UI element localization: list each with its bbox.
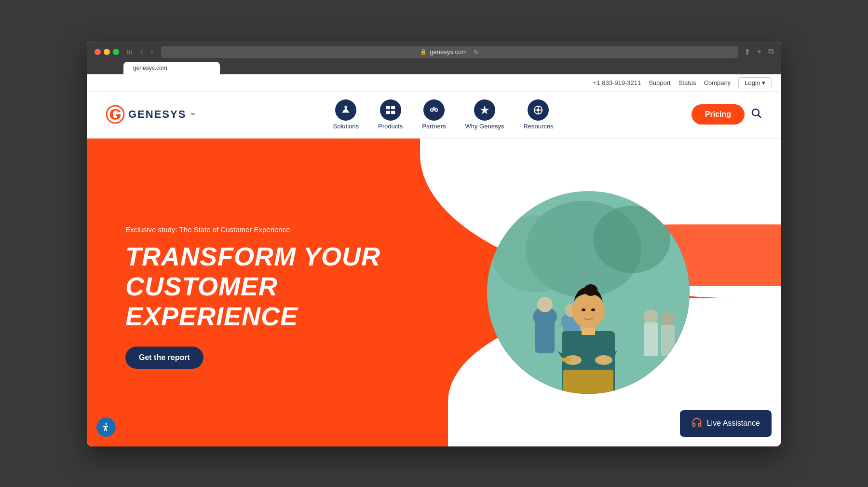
browser-actions: ⬆ + ⧉ (744, 47, 773, 56)
login-chevron-icon: ▾ (762, 79, 765, 86)
svg-rect-30 (661, 325, 675, 356)
login-button[interactable]: Login ▾ (738, 77, 772, 88)
main-navigation: GENESYS™ Solutions Products (87, 92, 781, 139)
svg-point-33 (595, 355, 612, 365)
products-label: Products (378, 123, 403, 130)
hero-image-area (434, 139, 743, 446)
why-genesys-icon (474, 99, 495, 121)
hero-title-line2: Customer Experience (125, 272, 298, 331)
svg-point-10 (537, 109, 540, 111)
hero-text: Exclusive study: The State of Customer E… (125, 216, 434, 369)
products-icon (380, 99, 401, 121)
traffic-lights (95, 49, 119, 55)
svg-point-39 (582, 308, 585, 311)
resources-label: Resources (523, 123, 553, 130)
nav-item-resources[interactable]: Resources (514, 96, 563, 134)
svg-point-22 (537, 297, 553, 312)
live-assistance-button[interactable]: Live Assistance (680, 410, 772, 437)
live-assistance-label: Live Assistance (707, 419, 760, 428)
phone-number[interactable]: +1 833-919-3211 (593, 79, 641, 86)
logo[interactable]: GENESYS™ (106, 105, 195, 124)
resources-icon (528, 99, 549, 121)
svg-point-20 (492, 215, 579, 292)
genesys-logo-icon (106, 105, 124, 124)
hero-circle-image (487, 191, 690, 394)
share-icon[interactable]: ⬆ (744, 47, 750, 56)
lock-icon: 🔒 (420, 49, 427, 55)
pricing-button[interactable]: Pricing (692, 104, 745, 125)
nav-right: Pricing (692, 104, 762, 125)
solutions-icon (335, 99, 356, 121)
url-text: genesys.com (430, 48, 467, 56)
svg-rect-28 (644, 322, 658, 356)
nav-item-solutions[interactable]: Solutions (324, 96, 368, 134)
minimize-traffic-light[interactable] (104, 49, 110, 55)
svg-rect-3 (391, 106, 395, 109)
svg-point-38 (584, 284, 597, 296)
svg-rect-5 (391, 111, 395, 113)
svg-line-16 (759, 115, 761, 118)
back-button[interactable]: ‹ (138, 46, 145, 57)
logo-trademark: ™ (190, 112, 195, 117)
utility-bar: +1 833-919-3211 Support Status Company L… (87, 74, 781, 92)
svg-point-6 (431, 109, 434, 111)
svg-rect-23 (535, 314, 555, 353)
tab-title: genesys.com (133, 65, 167, 71)
page-content: +1 833-919-3211 Support Status Company L… (87, 74, 781, 446)
browser-chrome: ⊞ ‹ › 🔒 genesys.com ↻ ⬆ + ⧉ genesys.com (87, 41, 781, 74)
accessibility-button[interactable] (96, 417, 116, 437)
nav-item-why-genesys[interactable]: Why Genesys (456, 96, 514, 134)
partners-icon (423, 99, 445, 121)
nav-items: Solutions Products Partners (204, 96, 681, 134)
status-link[interactable]: Status (678, 79, 696, 86)
nav-item-partners[interactable]: Partners (412, 96, 455, 134)
hero-cta-button[interactable]: Get the report (125, 347, 203, 369)
hero-title-line1: Transform Your (125, 242, 380, 271)
svg-point-37 (572, 293, 605, 328)
login-label: Login (745, 79, 760, 86)
hero-title: Transform Your Customer Experience (125, 241, 434, 331)
svg-rect-2 (386, 106, 390, 109)
svg-point-27 (644, 309, 658, 324)
sidebar-toggle-button[interactable]: ⊞ (125, 47, 135, 56)
svg-point-15 (752, 109, 759, 116)
why-genesys-label: Why Genesys (465, 123, 504, 130)
svg-point-29 (661, 312, 675, 326)
svg-point-19 (593, 206, 670, 273)
svg-rect-4 (386, 111, 390, 113)
new-tab-icon[interactable]: + (757, 47, 761, 56)
hero-content: Exclusive study: The State of Customer E… (87, 139, 781, 446)
hero-illustration (487, 191, 690, 394)
forward-button[interactable]: › (149, 46, 155, 57)
svg-point-7 (435, 109, 438, 111)
browser-window: ⊞ ‹ › 🔒 genesys.com ↻ ⬆ + ⧉ genesys.com (87, 41, 781, 446)
solutions-label: Solutions (333, 123, 359, 130)
svg-point-0 (107, 106, 124, 123)
partners-label: Partners (422, 123, 446, 130)
search-button[interactable] (750, 107, 762, 122)
address-bar[interactable]: 🔒 genesys.com ↻ (161, 46, 738, 58)
svg-rect-1 (116, 114, 121, 116)
headset-icon (692, 417, 702, 430)
tabs-icon[interactable]: ⧉ (768, 47, 773, 56)
hero-subtitle: Exclusive study: The State of Customer E… (125, 225, 434, 234)
company-link[interactable]: Company (704, 79, 731, 86)
browser-tab-bar: genesys.com (95, 62, 773, 74)
svg-point-40 (591, 308, 595, 311)
logo-text: GENESYS (128, 108, 186, 121)
hero-section: Exclusive study: The State of Customer E… (87, 139, 781, 446)
accessibility-icon (101, 422, 111, 432)
close-traffic-light[interactable] (95, 49, 101, 55)
refresh-icon: ↻ (474, 48, 479, 56)
svg-point-41 (105, 423, 107, 424)
svg-rect-34 (562, 358, 571, 362)
svg-rect-35 (563, 370, 613, 394)
support-link[interactable]: Support (649, 79, 671, 86)
svg-point-8 (433, 107, 435, 109)
nav-item-products[interactable]: Products (368, 96, 412, 134)
fullscreen-traffic-light[interactable] (113, 49, 119, 55)
search-icon (750, 107, 762, 119)
headset-svg-icon (692, 417, 702, 428)
browser-tab[interactable]: genesys.com (123, 62, 220, 74)
